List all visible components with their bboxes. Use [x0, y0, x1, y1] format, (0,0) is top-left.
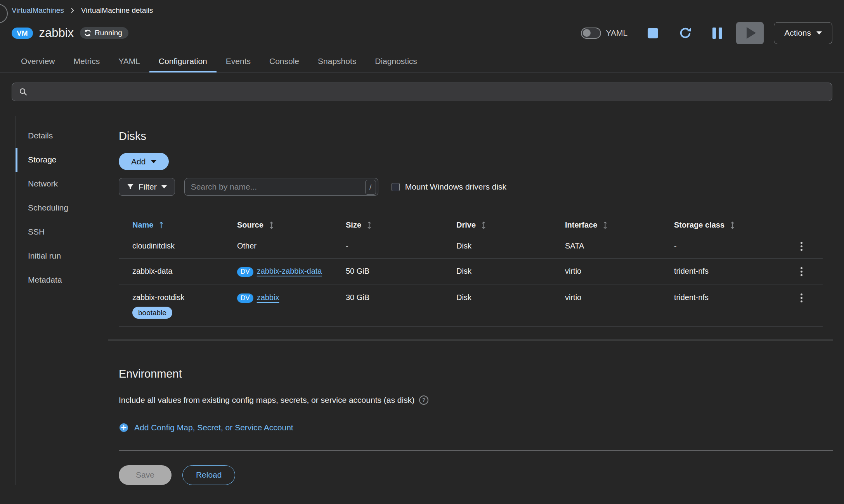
- cell-source: DVzabbix-zabbix-data: [237, 259, 346, 285]
- help-icon[interactable]: ?: [419, 395, 428, 405]
- bootable-badge: bootable: [132, 307, 172, 319]
- disk-name: cloudinitdisk: [132, 242, 237, 250]
- cell-actions: [780, 285, 823, 326]
- cell-actions: [780, 259, 823, 285]
- sidebar-item-ssh[interactable]: SSH: [28, 220, 119, 244]
- disks-table-body: cloudinitdiskOther-DiskSATA-zabbix-dataD…: [119, 233, 823, 327]
- page-title: zabbix: [39, 26, 74, 40]
- tab-yaml[interactable]: YAML: [109, 51, 149, 72]
- sidebar-item-details[interactable]: Details: [28, 124, 119, 148]
- plus-circle-icon: [119, 423, 129, 433]
- cell-size: -: [346, 233, 456, 258]
- vm-kind-badge: VM: [12, 28, 33, 39]
- status-badge: Running: [80, 27, 128, 39]
- reload-button[interactable]: Reload: [182, 465, 236, 485]
- chevron-down-icon: [151, 160, 156, 163]
- add-disk-button[interactable]: Add: [119, 153, 169, 170]
- restart-button[interactable]: [678, 26, 692, 40]
- source-text: Other: [237, 242, 256, 250]
- sidebar-item-network[interactable]: Network: [28, 172, 119, 196]
- add-config-map-label: Add Config Map, Secret, or Service Accou…: [134, 423, 293, 432]
- source-link[interactable]: zabbix-zabbix-data: [257, 267, 322, 275]
- environment-description-row: Include all values from existing config …: [119, 395, 833, 405]
- play-button[interactable]: [736, 22, 764, 44]
- sidebar-item-scheduling[interactable]: Scheduling: [28, 196, 119, 220]
- yaml-toggle-label: YAML: [606, 28, 627, 38]
- row-kebab-menu-button[interactable]: [797, 288, 806, 308]
- breadcrumb-virtualmachines-link[interactable]: VirtualMachines: [12, 6, 64, 15]
- form-buttons: Save Reload: [119, 465, 833, 485]
- table-row: zabbix-dataDVzabbix-zabbix-data50 GiBDis…: [119, 258, 823, 285]
- sidebar-item-storage[interactable]: Storage: [28, 148, 119, 172]
- tab-configuration[interactable]: Configuration: [149, 51, 217, 72]
- add-config-map-link[interactable]: Add Config Map, Secret, or Service Accou…: [119, 423, 293, 433]
- filter-dropdown-button[interactable]: Filter: [119, 178, 175, 196]
- filter-icon: [127, 183, 134, 190]
- column-label: Size: [346, 221, 361, 230]
- row-kebab-menu-button[interactable]: [797, 236, 806, 256]
- table-row: zabbix-rootdiskbootableDVzabbix30 GiBDis…: [119, 285, 823, 326]
- column-label: Source: [237, 221, 263, 230]
- actions-label: Actions: [784, 28, 811, 38]
- disk-name: zabbix-data: [132, 267, 237, 276]
- source-link[interactable]: zabbix: [257, 293, 279, 302]
- breadcrumb-current: VirtualMachine details: [81, 6, 153, 15]
- vm-details-page: VirtualMachines VirtualMachine details V…: [0, 0, 844, 504]
- search-by-name-wrapper: /: [184, 178, 378, 196]
- yaml-toggle[interactable]: [581, 28, 601, 39]
- header-controls: YAML Actions: [581, 22, 832, 44]
- row-kebab-menu-button[interactable]: [797, 262, 806, 281]
- mount-windows-drivers-checkbox-row[interactable]: Mount Windows drivers disk: [392, 182, 506, 192]
- main-panel: Disks Add Filter /: [119, 116, 833, 485]
- tab-bar: OverviewMetricsYAMLConfigurationEventsCo…: [0, 51, 844, 72]
- tab-console[interactable]: Console: [260, 51, 308, 72]
- sort-icon: [269, 221, 274, 229]
- cell-source: DVzabbix: [237, 285, 346, 311]
- status-label: Running: [95, 29, 122, 37]
- disks-table: NameSourceSizeDriveInterfaceStorage clas…: [119, 217, 823, 327]
- pause-icon: [712, 28, 722, 39]
- column-header-source[interactable]: Source: [237, 217, 346, 233]
- column-header-name[interactable]: Name: [132, 217, 237, 233]
- tab-events[interactable]: Events: [217, 51, 260, 72]
- sort-icon: [367, 221, 372, 229]
- form-divider: [119, 450, 833, 450]
- disks-filter-row: Filter / Mount Windows drivers disk: [119, 178, 833, 196]
- chevron-down-icon: [161, 185, 167, 188]
- breadcrumb: VirtualMachines VirtualMachine details: [0, 0, 844, 15]
- configuration-content: DetailsStorageNetworkSchedulingSSHInitia…: [0, 116, 844, 485]
- save-button[interactable]: Save: [119, 465, 172, 485]
- disk-name: zabbix-rootdisk: [132, 293, 237, 302]
- tab-metrics[interactable]: Metrics: [64, 51, 109, 72]
- sidebar-item-initial-run[interactable]: Initial run: [28, 244, 119, 268]
- sidebar-item-metadata[interactable]: Metadata: [28, 268, 119, 292]
- configuration-subnav: DetailsStorageNetworkSchedulingSSHInitia…: [16, 116, 119, 485]
- datavolume-badge: DV: [237, 267, 253, 277]
- play-icon: [747, 27, 756, 39]
- column-header-size[interactable]: Size: [346, 217, 456, 233]
- search-by-name-input[interactable]: [184, 178, 378, 196]
- chevron-down-icon: [816, 31, 822, 35]
- column-header-interface[interactable]: Interface: [565, 217, 674, 233]
- cell-drive: Disk: [456, 233, 565, 258]
- sort-ascending-icon: [159, 221, 164, 229]
- sort-icon: [481, 221, 486, 229]
- tab-diagnostics[interactable]: Diagnostics: [366, 51, 426, 72]
- sort-icon: [730, 221, 735, 229]
- checkbox-unchecked[interactable]: [392, 183, 400, 191]
- slash-shortcut-key: /: [365, 180, 376, 195]
- mount-checkbox-label: Mount Windows drivers disk: [405, 182, 506, 192]
- cell-source: Other: [237, 233, 346, 258]
- cell-name: zabbix-rootdiskbootable: [132, 285, 237, 326]
- column-header-drive[interactable]: Drive: [456, 217, 565, 233]
- column-header-storage-class[interactable]: Storage class: [674, 217, 780, 233]
- quick-search-bar[interactable]: [12, 83, 832, 101]
- pause-button[interactable]: [712, 28, 722, 39]
- cell-size: 50 GiB: [346, 259, 456, 283]
- stop-button[interactable]: [648, 28, 658, 38]
- tab-snapshots[interactable]: Snapshots: [308, 51, 366, 72]
- actions-dropdown-button[interactable]: Actions: [774, 22, 832, 44]
- tab-overview[interactable]: Overview: [12, 51, 64, 72]
- cell-interface: virtio: [565, 259, 674, 283]
- environment-description: Include all values from existing config …: [119, 395, 414, 405]
